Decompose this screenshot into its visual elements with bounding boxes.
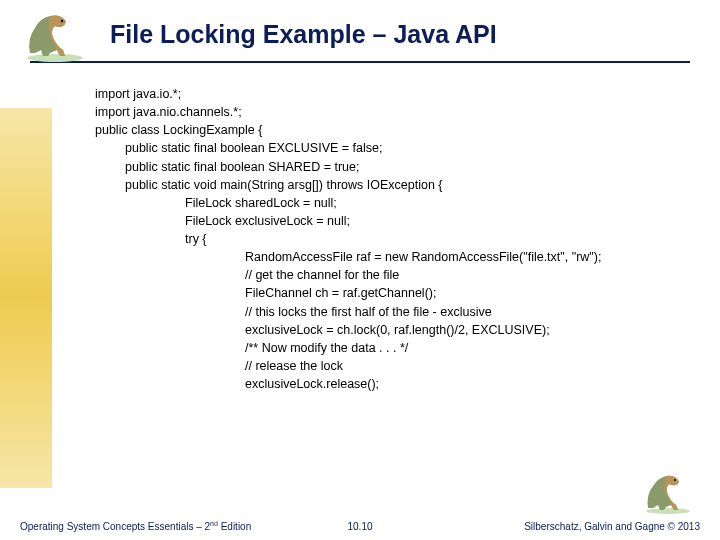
code-line: import java.nio.channels.*; [95, 103, 700, 121]
code-line: // get the channel for the file [95, 266, 700, 284]
svg-point-3 [674, 479, 676, 481]
dinosaur-logo-icon [15, 8, 95, 63]
footer-left: Operating System Concepts Essentials – 2… [20, 520, 251, 532]
code-line: FileLock sharedLock = null; [95, 194, 700, 212]
code-line: exclusiveLock = ch.lock(0, raf.length()/… [95, 321, 700, 339]
left-accent-bar [0, 108, 52, 488]
code-line: // this locks the first half of the file… [95, 303, 700, 321]
svg-point-0 [27, 54, 83, 62]
code-line: import java.io.*; [95, 85, 700, 103]
code-line: RandomAccessFile raf = new RandomAccessF… [95, 248, 700, 266]
code-line: public static final boolean SHARED = tru… [95, 158, 700, 176]
code-line: exclusiveLock.release(); [95, 375, 700, 393]
code-line: public static final boolean EXCLUSIVE = … [95, 139, 700, 157]
code-line: public static void main(String arsg[]) t… [95, 176, 700, 194]
footer-left-text-a: Operating System Concepts Essentials – 2 [20, 521, 210, 532]
code-line: try { [95, 230, 700, 248]
code-line: public class LockingExample { [95, 121, 700, 139]
code-line: FileChannel ch = raf.getChannel(); [95, 284, 700, 302]
footer-left-text-b: Edition [218, 521, 251, 532]
code-line: // release the lock [95, 357, 700, 375]
footer-page-number: 10.10 [347, 521, 372, 532]
code-line: /** Now modify the data . . . */ [95, 339, 700, 357]
footer-left-sup: nd [210, 520, 218, 527]
dinosaur-footer-icon [638, 470, 698, 515]
svg-point-2 [646, 508, 690, 514]
code-block: import java.io.*; import java.nio.channe… [95, 85, 700, 393]
title-divider [30, 61, 690, 63]
code-line: FileLock exclusiveLock = null; [95, 212, 700, 230]
slide-title: File Locking Example – Java API [110, 20, 690, 49]
footer-copyright: Silberschatz, Galvin and Gagne © 2013 [524, 521, 700, 532]
svg-point-1 [61, 20, 63, 22]
